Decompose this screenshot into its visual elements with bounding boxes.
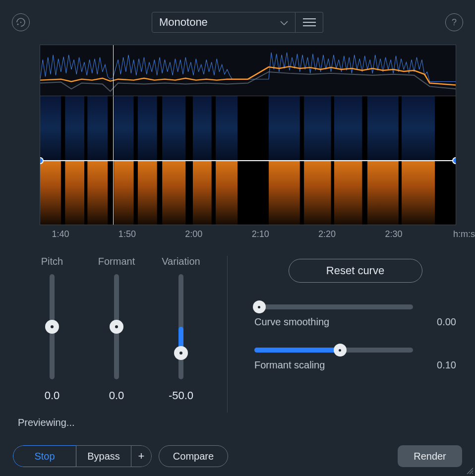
reset-curve-button[interactable]: Reset curve xyxy=(289,259,422,283)
pitch-value[interactable]: 0.0 xyxy=(45,389,60,402)
time-axis: 1:40 1:50 2:00 2:10 2:20 2:30 h:m:s xyxy=(40,229,456,249)
stop-button[interactable]: Stop xyxy=(13,445,76,467)
time-tick: 2:10 xyxy=(252,229,269,239)
controls-area: Pitch 0.0 Formant 0.0 Variation -50.0 Re… xyxy=(0,249,475,413)
formant-scaling-label: Formant scaling xyxy=(254,359,325,371)
formant-scaling-fill xyxy=(254,348,340,353)
overview-playhead[interactable] xyxy=(113,45,114,96)
resize-grip-icon[interactable] xyxy=(465,466,473,474)
curve-smoothing-slider: Curve smoothing 0.00 xyxy=(254,304,456,328)
curve-smoothing-thumb[interactable] xyxy=(253,300,266,313)
compare-button[interactable]: Compare xyxy=(159,445,228,467)
render-button[interactable]: Render xyxy=(398,445,462,467)
time-tick: 2:30 xyxy=(385,229,402,239)
bottom-bar: Stop Bypass + Compare Render xyxy=(13,445,462,467)
bypass-button[interactable]: Bypass xyxy=(76,445,131,467)
time-tick: 1:50 xyxy=(119,229,136,239)
pitch-slider-track[interactable] xyxy=(50,274,55,379)
top-bar: Monotone ? xyxy=(0,0,475,45)
spectrogram-panel[interactable]: sem xyxy=(40,96,456,225)
time-tick: 2:20 xyxy=(318,229,336,239)
pitch-slider: Pitch 0.0 xyxy=(20,256,84,413)
x-axis-unit: h:m:s xyxy=(453,229,475,239)
preview-status: Previewing... xyxy=(18,417,75,428)
formant-slider: Formant 0.0 xyxy=(84,256,149,413)
curve-smoothing-track[interactable] xyxy=(254,304,413,309)
transport-button-group: Stop Bypass + xyxy=(13,445,152,467)
variation-slider-track[interactable] xyxy=(178,274,183,379)
curve-smoothing-label: Curve smoothing xyxy=(254,316,329,328)
formant-scaling-slider: Formant scaling 0.10 xyxy=(254,348,456,371)
svg-rect-5 xyxy=(269,96,435,161)
formant-label: Formant xyxy=(98,256,135,267)
pitch-slider-thumb[interactable] xyxy=(45,320,59,334)
variation-slider: Variation -50.0 xyxy=(149,256,213,413)
right-controls-group: Reset curve Curve smoothing 0.00 Formant… xyxy=(228,256,456,413)
pitch-overview-panel[interactable] xyxy=(40,45,456,96)
history-icon[interactable] xyxy=(12,13,30,31)
preset-dropdown[interactable]: Monotone xyxy=(152,12,296,33)
vertical-sliders-group: Pitch 0.0 Formant 0.0 Variation -50.0 xyxy=(20,256,228,413)
formant-slider-thumb[interactable] xyxy=(110,320,123,334)
hamburger-menu-button[interactable] xyxy=(296,12,323,33)
variation-value[interactable]: -50.0 xyxy=(169,389,193,402)
svg-point-1 xyxy=(20,22,21,23)
visualization-area: sem 1:40 1:50 2:00 2:10 2:20 2:30 h:m:s xyxy=(0,45,475,249)
spectrogram-playhead[interactable] xyxy=(113,96,114,225)
svg-rect-6 xyxy=(269,161,435,225)
curve-node-end[interactable] xyxy=(452,157,456,164)
formant-scaling-thumb[interactable] xyxy=(334,344,347,357)
curve-smoothing-value[interactable]: 0.00 xyxy=(437,316,456,328)
formant-slider-track[interactable] xyxy=(114,274,119,379)
reset-curve-label: Reset curve xyxy=(326,264,384,277)
chevron-down-icon xyxy=(280,16,288,29)
svg-rect-3 xyxy=(40,96,238,161)
formant-scaling-track[interactable] xyxy=(254,348,413,353)
time-tick: 1:40 xyxy=(52,229,69,239)
svg-point-0 xyxy=(17,24,19,25)
preset-name: Monotone xyxy=(159,16,208,29)
variation-label: Variation xyxy=(162,256,200,267)
pitch-curve[interactable] xyxy=(40,160,456,161)
bypass-add-button[interactable]: + xyxy=(131,445,152,467)
svg-line-22 xyxy=(472,473,473,474)
formant-scaling-value[interactable]: 0.10 xyxy=(437,359,456,371)
formant-value[interactable]: 0.0 xyxy=(109,389,124,402)
pitch-label: Pitch xyxy=(41,256,63,267)
pitch-overview-waveform xyxy=(40,45,456,96)
help-icon[interactable]: ? xyxy=(445,13,463,31)
time-tick: 2:00 xyxy=(185,229,202,239)
variation-slider-thumb[interactable] xyxy=(174,346,188,360)
svg-rect-4 xyxy=(40,161,238,225)
